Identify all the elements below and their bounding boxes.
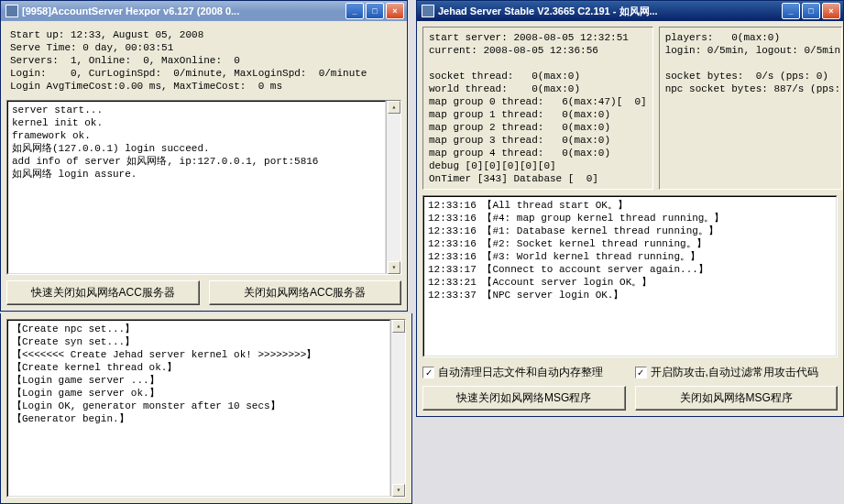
scroll-down-icon[interactable]: ▾: [388, 261, 400, 274]
npc-log-window: 【Create npc set...】 【Create syn set...】 …: [0, 313, 412, 504]
stats-left-text: start server: 2008-08-05 12:32:51 curren…: [429, 31, 647, 185]
scroll-down-icon[interactable]: ▾: [392, 484, 405, 497]
stats-right-panel: players: 0(max:0) login: 0/5min, logout:…: [659, 27, 842, 190]
log-text: 12:33:16 【All thread start OK。】 12:33:16…: [423, 196, 837, 356]
scrollbar[interactable]: ▴ ▾: [386, 101, 400, 274]
maximize-button[interactable]: □: [802, 3, 820, 19]
log-panel: 【Create npc set...】 【Create syn set...】 …: [6, 319, 406, 498]
app-icon: [5, 5, 18, 17]
minimize-button[interactable]: _: [782, 3, 800, 19]
log-text: 【Create npc set...】 【Create syn set...】 …: [7, 320, 390, 497]
scrollbar[interactable]: ▴ ▾: [390, 320, 405, 497]
checkbox-label: 开启防攻击,自动过滤常用攻击代码: [651, 365, 818, 380]
log-panel: 12:33:16 【All thread start OK。】 12:33:16…: [422, 195, 838, 357]
quick-close-acc-button[interactable]: 快速关闭如风网络ACC服务器: [6, 280, 200, 305]
stats-left-panel: start server: 2008-08-05 12:32:51 curren…: [422, 27, 653, 190]
window-title: Jehad Server Stable V2.3665 C2.191 - 如风网…: [438, 5, 782, 18]
auto-cleanup-checkbox[interactable]: ✓ 自动清理日志文件和自动内存整理: [422, 365, 626, 380]
close-acc-button[interactable]: 关闭如风网络ACC服务器: [209, 280, 402, 305]
checkbox-icon: ✓: [422, 367, 434, 378]
jehad-server-window: Jehad Server Stable V2.3665 C2.191 - 如风网…: [416, 0, 844, 417]
checkbox-icon: ✓: [635, 367, 647, 378]
quick-close-msg-button[interactable]: 快速关闭如风网络MSG程序: [422, 386, 626, 411]
log-panel: server start... kernel init ok. framewor…: [6, 100, 401, 275]
maximize-button[interactable]: □: [366, 3, 384, 19]
window-title: [9958]AccountServer Hexpor v6.127 (2008 …: [22, 5, 345, 16]
close-msg-button[interactable]: 关闭如风网络MSG程序: [635, 386, 839, 411]
checkbox-label: 自动清理日志文件和自动内存整理: [438, 365, 603, 380]
stats-right-text: players: 0(max:0) login: 0/5min, logout:…: [665, 31, 836, 95]
log-text: server start... kernel init ok. framewor…: [7, 101, 386, 274]
scroll-up-icon[interactable]: ▴: [388, 101, 400, 114]
account-server-window: [9958]AccountServer Hexpor v6.127 (2008 …: [0, 0, 408, 312]
close-button[interactable]: ×: [386, 3, 404, 19]
stats-text: Start up: 12:33, August 05, 2008 Serve T…: [6, 27, 401, 94]
app-icon: [422, 5, 434, 17]
minimize-button[interactable]: _: [345, 3, 364, 19]
titlebar[interactable]: Jehad Server Stable V2.3665 C2.191 - 如风网…: [417, 1, 843, 21]
titlebar[interactable]: [9958]AccountServer Hexpor v6.127 (2008 …: [1, 1, 407, 21]
close-button[interactable]: ×: [822, 3, 840, 19]
scroll-up-icon[interactable]: ▴: [392, 320, 405, 333]
anti-attack-checkbox[interactable]: ✓ 开启防攻击,自动过滤常用攻击代码: [635, 365, 839, 380]
